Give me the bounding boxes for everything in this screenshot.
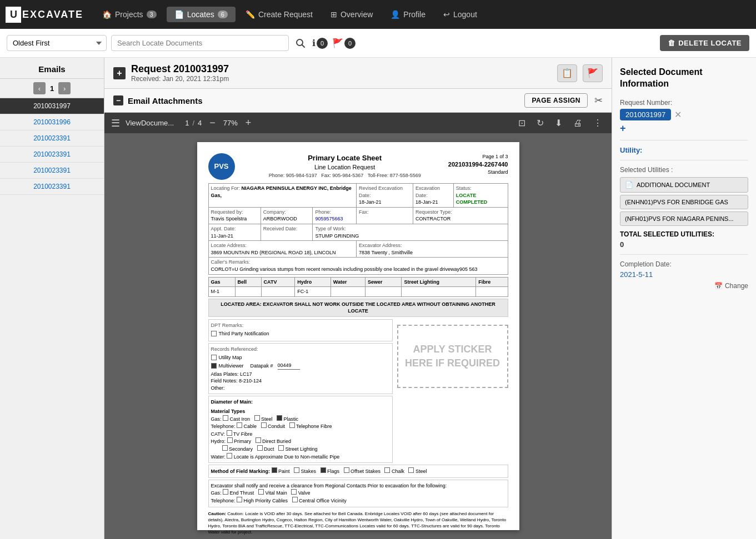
pdf-filename: ViewDocume...: [126, 119, 174, 127]
pdf-field-notes-row: Field Notes: 8-210-124: [211, 377, 390, 385]
email-item-2010023391-4[interactable]: 2010023391: [0, 179, 104, 195]
attachments-title: Email Attachments: [128, 96, 202, 105]
additional-document-label: ADDITIONAL DOCUMENT: [637, 182, 710, 188]
pdf-standard-label: Standard: [448, 169, 508, 176]
pdf-viewer: ☰ ViewDocume... 1 / 4 − 77% + ⊡ ↻ ⬇ 🖨 ⋮: [104, 113, 612, 539]
pdf-paint-checkbox: [272, 467, 277, 473]
attachments-bar: − Email Attachments PAGE ASSIGN ✂: [104, 89, 612, 113]
nav-locates[interactable]: 📄 Locates 6: [167, 7, 236, 22]
nav-create-request[interactable]: ✏️ Create Request: [238, 7, 321, 22]
pdf-locating-for-table: Locating For: NIAGARA PENINSULA ENERGY I…: [208, 183, 508, 275]
copy-button[interactable]: 📋: [557, 64, 577, 82]
pdf-duct-checkbox: [257, 445, 263, 451]
flag-button[interactable]: 🚩: [583, 64, 603, 82]
pdf-street-lighting: [402, 287, 476, 297]
nav-overview[interactable]: ⊞ Overview: [323, 7, 380, 22]
pdf-secondary-checkbox: [222, 445, 228, 451]
pdf-header: PVS Primary Locate Sheet Line Location R…: [208, 153, 508, 180]
divider-2: [620, 160, 748, 160]
email-item-2010031997[interactable]: 2010031997: [0, 98, 104, 114]
pdf-dpt-remarks: DPT Remarks: Third Party Notification: [208, 319, 393, 341]
search-input[interactable]: [111, 35, 289, 51]
request-header: + Request 2010031997 Received: Jan 20, 2…: [104, 58, 612, 89]
pdf-utility-map-row: Utility Map: [211, 354, 390, 361]
scissors-icon[interactable]: ✂: [594, 94, 603, 107]
pdf-fibre: [476, 287, 508, 297]
middle-content: + Request 2010031997 Received: Jan 20, 2…: [104, 58, 612, 539]
pdf-page-info-block: Page 1 of 3 2021031994-2267440 Standard: [448, 153, 508, 176]
pdf-diameter-label: Diameter of Main:: [211, 399, 390, 406]
pdf-page-separator: /: [192, 119, 194, 127]
nav-create-label: Create Request: [258, 10, 313, 19]
pdf-title-block: Primary Locate Sheet Line Location Reque…: [242, 153, 448, 179]
emails-pagination: ‹ 1 ›: [0, 79, 104, 98]
pdf-datapak-label: Datapak #: [251, 362, 273, 370]
change-button[interactable]: 📅 Change: [714, 282, 748, 290]
emails-next-button[interactable]: ›: [58, 82, 71, 94]
pdf-vital-main-checkbox: [258, 489, 264, 495]
pdf-print-button[interactable]: 🖨: [570, 117, 585, 130]
email-list: 2010031997 2010031996 2010023391 2010023…: [0, 98, 104, 195]
request-title-block: + Request 2010031997 Received: Jan 20, 2…: [113, 63, 229, 83]
emails-prev-button[interactable]: ‹: [33, 82, 46, 94]
pdf-offset-stakes-checkbox: [344, 467, 349, 473]
pdf-steel-checkbox: [254, 415, 260, 421]
nav-logout[interactable]: ↩ Logout: [435, 7, 485, 22]
pdf-telephone-types: Telephone: Cable Conduit Telephone Fibre: [211, 422, 390, 430]
pdf-catv: [261, 287, 295, 297]
home-icon: 🏠: [102, 10, 112, 19]
pdf-more-button[interactable]: ⋮: [590, 116, 605, 130]
request-number-label: Request Number:: [620, 99, 748, 107]
search-button[interactable]: [293, 36, 308, 51]
divider-3: [620, 254, 748, 255]
pdf-atlas-plates-row: Atlas Plates: LC17: [211, 371, 390, 378]
total-utilities-label: TOTAL SELECTED UTILITIES:: [620, 230, 748, 238]
request-number-add-button[interactable]: +: [620, 123, 626, 134]
request-number-badge: 2010031997: [620, 109, 671, 120]
additional-document-button[interactable]: 📄 ADDITIONAL DOCUMENT: [620, 177, 748, 193]
page-assign-button[interactable]: PAGE ASSIGN: [524, 93, 588, 108]
sort-select[interactable]: Oldest First Newest First By Status: [7, 35, 107, 51]
pdf-sub-title: Line Location Request: [242, 163, 448, 172]
pdf-excavation-date: 18-Jan-21: [415, 199, 438, 205]
email-item-2010031996[interactable]: 2010031996: [0, 114, 104, 130]
pdf-atlas-plates-value: LC17: [240, 371, 252, 377]
pdf-rotate-button[interactable]: ↻: [534, 116, 547, 130]
pdf-menu-icon[interactable]: ☰: [111, 117, 120, 129]
utility-item-enhn01[interactable]: (ENHN01)PVS FOR ENBRIDGE GAS: [620, 195, 748, 209]
nav-locates-label: Locates: [187, 10, 214, 19]
completion-date-label: Completion Date:: [620, 260, 748, 268]
pdf-zoom-out-button[interactable]: −: [207, 116, 218, 130]
pdf-datapak-value: 00449: [278, 362, 300, 370]
request-number-close-button[interactable]: ✕: [674, 109, 682, 120]
nav-profile[interactable]: 👤 Profile: [383, 7, 433, 22]
pdf-download-button[interactable]: ⬇: [552, 116, 565, 130]
pdf-third-party-row: Third Party Notification: [211, 330, 390, 337]
emails-sidebar: Emails ‹ 1 › 2010031997 2010031996 20100…: [0, 58, 104, 539]
pdf-apply-sticker-box: APPLY STICKER HERE IF REQUIRED: [397, 325, 508, 388]
email-item-2010023391-1[interactable]: 2010023391: [0, 130, 104, 147]
email-item-2010023391-2[interactable]: 2010023391: [0, 147, 104, 163]
delete-locate-button[interactable]: 🗑 DELETE LOCATE: [660, 35, 749, 51]
pdf-records-label: Records Referenced:: [211, 346, 390, 353]
pdf-gas-types: Gas: Cast Iron Steel Plastic: [211, 415, 390, 423]
emails-page-number: 1: [50, 84, 54, 93]
utility-item-nfh01[interactable]: (NFH01)PVS FOR NIAGARA PENINS...: [620, 211, 748, 226]
pdf-zoom-in-button[interactable]: +: [243, 116, 254, 130]
email-item-2010023391-3[interactable]: 2010023391: [0, 163, 104, 179]
pdf-field-marking-label: Method of Field Marking:: [211, 469, 271, 474]
main-layout: Emails ‹ 1 › 2010031997 2010031996 20100…: [0, 58, 756, 539]
flag-badge: 0: [344, 38, 356, 49]
pdf-bell: [235, 287, 261, 297]
nav-projects[interactable]: 🏠 Projects 3: [94, 7, 164, 22]
request-expand-icon[interactable]: +: [113, 67, 126, 79]
pdf-fit-button[interactable]: ⊡: [515, 116, 528, 130]
pdf-requestor-type: CONTRACTOR: [415, 216, 450, 221]
pdf-hydro-types: Hydro: Primary Direct Buried: [211, 437, 390, 445]
attachments-collapse-icon[interactable]: −: [113, 95, 123, 105]
pdf-page-label: Page 1 of 3: [448, 153, 508, 160]
delete-locate-label: DELETE LOCATE: [678, 39, 742, 47]
pdf-excavator-address: 7838 Twenty , Smithville: [359, 250, 413, 255]
pdf-field-notes-value: 8-210-124: [239, 378, 262, 384]
logout-icon: ↩: [443, 10, 450, 19]
